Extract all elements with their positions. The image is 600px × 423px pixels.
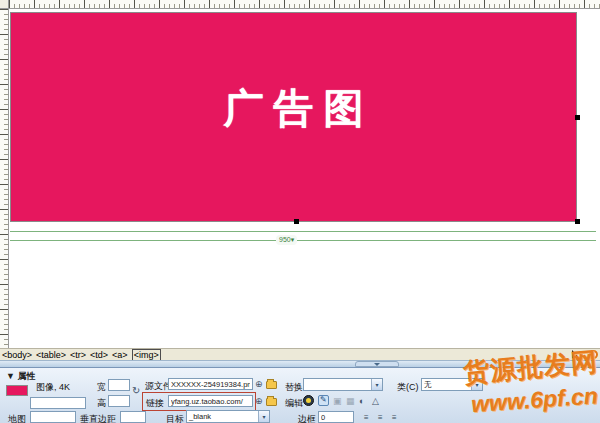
height-label: 高 <box>97 397 106 410</box>
resample-icon[interactable]: ▦ <box>346 396 355 406</box>
align-left-icon[interactable]: ≡ <box>364 413 369 422</box>
alt-combo[interactable]: ▾ <box>303 378 383 391</box>
tag-tr[interactable]: <tr> <box>70 350 86 360</box>
table-width-line-bottom <box>10 240 596 241</box>
vertical-ruler <box>0 9 9 348</box>
round-tool-icon[interactable] <box>589 350 598 359</box>
target-dropdown-arrow-icon[interactable]: ▾ <box>258 411 269 422</box>
width-field[interactable] <box>108 379 130 391</box>
vspace-field[interactable] <box>120 411 146 423</box>
tag-selector-bar: <body> <table> <tr> <td> <a> <img> <box>0 348 600 360</box>
target-label: 目标 <box>166 413 184 423</box>
brightness-contrast-icon[interactable]: ◐ <box>359 396 364 406</box>
crop-icon[interactable]: ▣ <box>333 396 342 406</box>
edit-image-icon[interactable] <box>318 395 329 406</box>
design-view-canvas[interactable]: 广告图 950▾ <box>10 10 600 348</box>
horizontal-ruler <box>9 0 600 9</box>
table-width-menu[interactable]: 950▾ <box>276 235 297 245</box>
point-to-file-icon[interactable]: ⊕ <box>255 379 263 389</box>
map-field[interactable] <box>30 411 76 423</box>
selected-banner-image[interactable]: 广告图 <box>10 12 577 222</box>
sharpen-icon[interactable]: △ <box>372 396 379 406</box>
class-label: 类(C) <box>397 381 419 394</box>
map-label: 地图 <box>8 413 26 423</box>
tag-img-selected[interactable]: <img> <box>132 349 161 361</box>
link-field[interactable] <box>168 395 253 407</box>
resize-handle-bottom-center[interactable] <box>294 219 299 224</box>
table-width-arrow-icon: ▾ <box>291 236 295 243</box>
height-field[interactable] <box>108 395 130 407</box>
properties-panel: ▼ 属性 图像, 4K 宽 高 ↻ 源文件 ⊕ 链接 ⊕ 替换 ▾ 类(C) 无… <box>0 367 600 423</box>
image-type-label: 图像, 4K <box>36 381 70 394</box>
image-thumbnail <box>6 385 28 396</box>
width-label: 宽 <box>97 381 106 394</box>
alt-label: 替换 <box>285 381 303 394</box>
properties-panel-title[interactable]: ▼ 属性 <box>6 370 35 383</box>
resize-handle-right-middle[interactable] <box>575 115 580 120</box>
table-width-line-top <box>10 231 596 232</box>
class-combo[interactable]: 无 ▾ <box>421 378 483 391</box>
fireworks-edit-icon[interactable] <box>303 395 314 406</box>
target-combo[interactable]: _blank ▾ <box>186 410 270 423</box>
ruler-origin-corner <box>0 0 9 9</box>
tag-td[interactable]: <td> <box>90 350 108 360</box>
class-dropdown-arrow-icon[interactable]: ▾ <box>471 379 482 390</box>
vspace-label: 垂直边距 <box>80 413 116 423</box>
align-right-icon[interactable]: ≡ <box>392 413 397 422</box>
edit-label: 编辑 <box>285 397 303 410</box>
image-name-field[interactable] <box>30 397 86 409</box>
reset-size-icon[interactable]: ↻ <box>132 386 140 396</box>
tag-table[interactable]: <table> <box>36 350 66 360</box>
border-field[interactable] <box>318 411 354 423</box>
link-label: 链接 <box>146 397 164 410</box>
tag-body[interactable]: <body> <box>2 350 32 360</box>
tag-a[interactable]: <a> <box>112 350 128 360</box>
banner-text: 广告图 <box>214 81 374 136</box>
panel-collapse-icon: ▼ <box>6 371 15 381</box>
border-label: 边框 <box>298 413 316 423</box>
collapse-arrow-icon <box>374 363 380 366</box>
browse-folder-icon[interactable] <box>266 381 277 389</box>
resize-handle-bottom-right[interactable] <box>575 219 580 224</box>
link-point-to-file-icon[interactable]: ⊕ <box>255 396 263 406</box>
alt-dropdown-arrow-icon[interactable]: ▾ <box>371 379 382 390</box>
dreamweaver-window: 广告图 950▾ <body> <table> <tr> <td> <a> <i… <box>0 0 600 423</box>
src-field[interactable] <box>168 378 253 390</box>
link-browse-folder-icon[interactable] <box>266 398 277 406</box>
panel-splitter <box>0 360 600 367</box>
align-center-icon[interactable]: ≡ <box>378 413 383 422</box>
